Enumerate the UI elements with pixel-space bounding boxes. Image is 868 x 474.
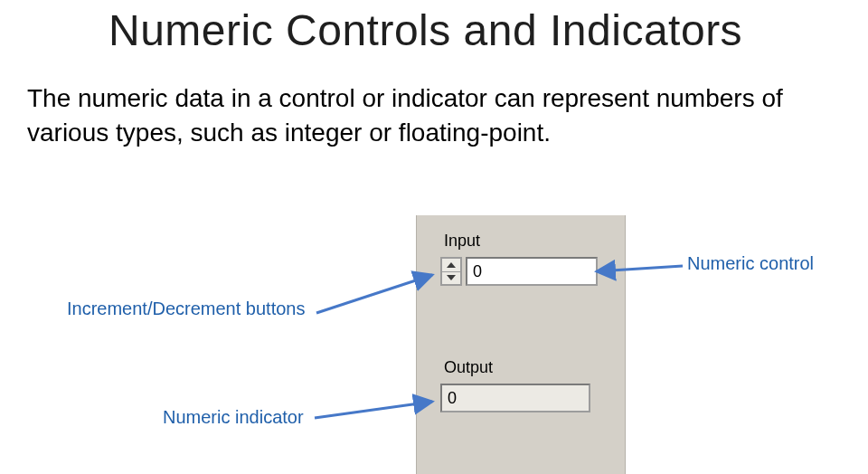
body-paragraph: The numeric data in a control or indicat… — [27, 81, 814, 150]
svg-line-5 — [315, 402, 432, 418]
increment-button[interactable] — [442, 259, 460, 271]
input-label: Input — [444, 232, 480, 251]
callout-increment-decrement: Increment/Decrement buttons — [67, 299, 305, 319]
front-panel: Input 0 Output 0 — [416, 215, 626, 474]
decrement-button[interactable] — [442, 271, 460, 285]
numeric-indicator-field: 0 — [440, 384, 590, 412]
numeric-indicator: 0 — [440, 384, 590, 412]
svg-marker-0 — [447, 262, 456, 268]
svg-line-3 — [316, 275, 432, 313]
output-label: Output — [444, 358, 493, 377]
callout-numeric-control: Numeric control — [687, 253, 814, 274]
chevron-down-icon — [447, 275, 456, 280]
increment-decrement-buttons[interactable] — [440, 257, 462, 286]
numeric-control[interactable]: 0 — [440, 257, 598, 286]
numeric-control-field[interactable]: 0 — [466, 257, 598, 286]
svg-marker-1 — [447, 275, 456, 280]
page-title: Numeric Controls and Indicators — [108, 5, 742, 55]
callout-numeric-indicator: Numeric indicator — [163, 407, 304, 428]
chevron-up-icon — [447, 262, 456, 268]
